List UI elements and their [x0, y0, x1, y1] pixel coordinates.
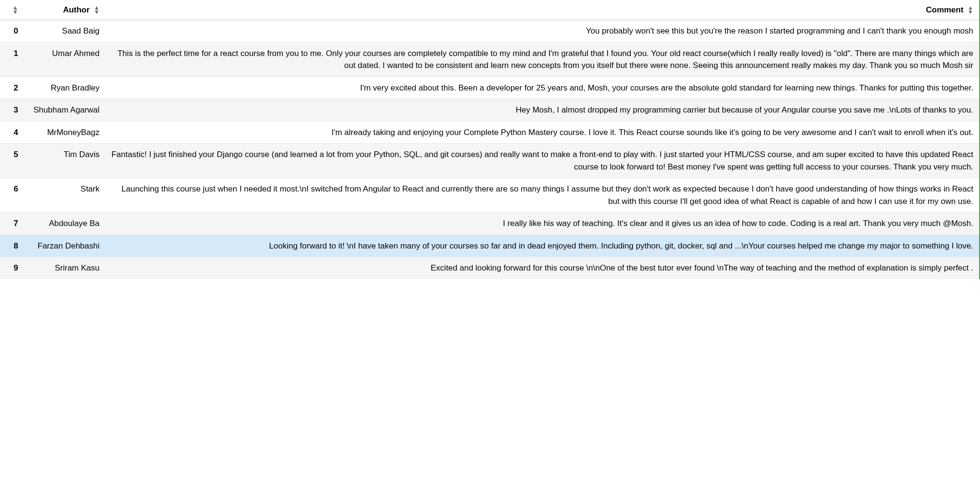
row-index-cell: 8 [0, 235, 24, 257]
table-row[interactable]: 3Shubham AgarwalHey Mosh, I almost dropp… [0, 99, 979, 122]
column-header-index[interactable]: ▲ ▼ [0, 0, 24, 20]
column-header-comment-label: Comment [926, 5, 963, 14]
row-author-cell: Stark [24, 178, 105, 213]
row-comment-cell: You probably won't see this but you're t… [105, 20, 979, 43]
row-author-cell: Shubham Agarwal [24, 99, 105, 122]
row-author-cell: Saad Baig [24, 20, 105, 43]
row-comment-cell: I'm very excited about this. Been a deve… [105, 77, 979, 99]
row-index-cell: 0 [0, 20, 24, 43]
row-index-cell: 3 [0, 99, 24, 122]
row-index-cell: 9 [0, 257, 24, 279]
table-row[interactable]: 1Umar AhmedThis is the perfect time for … [0, 42, 979, 77]
row-index-cell: 7 [0, 213, 24, 235]
row-author-cell: Umar Ahmed [24, 42, 105, 77]
table-row[interactable]: 4MrMoneyBagzI'm already taking and enjoy… [0, 121, 979, 144]
row-comment-cell: I really like his way of teaching. It's … [105, 213, 979, 235]
table-row[interactable]: 7Abdoulaye BaI really like his way of te… [0, 213, 979, 235]
table-row[interactable]: 8Farzan DehbashiLooking forward to it! \… [0, 235, 979, 257]
row-author-cell: Sriram Kasu [24, 257, 105, 279]
row-comment-cell: Excited and looking forward for this cou… [105, 257, 979, 279]
row-index-cell: 5 [0, 144, 24, 178]
row-comment-cell: Looking forward to it! \nI have taken ma… [105, 235, 979, 257]
table-row[interactable]: 9Sriram KasuExcited and looking forward … [0, 257, 979, 279]
sort-icon: ▲ ▼ [12, 5, 18, 15]
row-author-cell: Tim Davis [24, 144, 105, 178]
row-comment-cell: Hey Mosh, I almost dropped my programmin… [105, 99, 979, 122]
column-header-author-label: Author [63, 5, 90, 14]
row-author-cell: Ryan Bradley [24, 77, 105, 99]
row-index-cell: 6 [0, 178, 24, 213]
table-row[interactable]: 6StarkLaunching this course just when I … [0, 178, 979, 213]
sort-icon: ▲ ▼ [94, 5, 100, 15]
row-comment-cell: This is the perfect time for a react cou… [105, 42, 979, 77]
column-header-author[interactable]: Author ▲ ▼ [24, 0, 105, 20]
row-author-cell: Abdoulaye Ba [24, 213, 105, 235]
table-row[interactable]: 5Tim DavisFantastic! I just finished you… [0, 144, 979, 178]
table-body: 0Saad BaigYou probably won't see this bu… [0, 20, 979, 279]
row-author-cell: Farzan Dehbashi [24, 235, 105, 257]
data-table: ▲ ▼ Author ▲ ▼ Comment ▲ ▼ [0, 0, 979, 279]
column-header-comment[interactable]: Comment ▲ ▼ [105, 0, 979, 20]
row-comment-cell: Fantastic! I just finished your Django c… [105, 144, 979, 178]
data-table-container: ▲ ▼ Author ▲ ▼ Comment ▲ ▼ [0, 0, 980, 279]
row-comment-cell: Launching this course just when I needed… [105, 178, 979, 213]
row-index-cell: 1 [0, 42, 24, 77]
row-index-cell: 4 [0, 121, 24, 144]
table-row[interactable]: 0Saad BaigYou probably won't see this bu… [0, 20, 979, 43]
row-author-cell: MrMoneyBagz [24, 121, 105, 144]
row-index-cell: 2 [0, 77, 24, 99]
sort-icon: ▲ ▼ [968, 5, 973, 15]
table-row[interactable]: 2Ryan BradleyI'm very excited about this… [0, 77, 979, 99]
table-header-row: ▲ ▼ Author ▲ ▼ Comment ▲ ▼ [0, 0, 979, 20]
row-comment-cell: I'm already taking and enjoying your Com… [105, 121, 979, 144]
